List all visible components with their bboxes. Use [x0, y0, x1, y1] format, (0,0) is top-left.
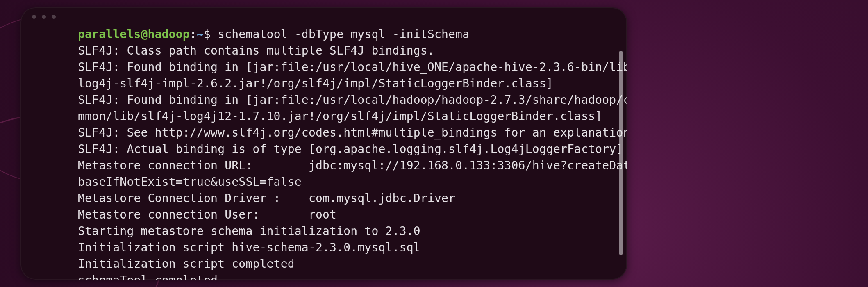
- terminal-viewport[interactable]: parallels@hadoop:~$ schematool -dbType m…: [20, 26, 627, 280]
- prompt-userhost: parallels@hadoop: [78, 27, 190, 41]
- output-line: baseIfNotExist=true&useSSL=false: [78, 175, 302, 189]
- terminal-content[interactable]: parallels@hadoop:~$ schematool -dbType m…: [78, 26, 616, 280]
- prompt-symbol: $: [204, 27, 211, 41]
- output-line: Starting metastore schema initialization…: [78, 224, 420, 238]
- output-line: SLF4J: Actual binding is of type [org.ap…: [78, 142, 623, 156]
- window-control-dot[interactable]: [42, 15, 46, 19]
- scrollbar-track[interactable]: [619, 51, 623, 255]
- output-line: SLF4J: Class path contains multiple SLF4…: [78, 44, 434, 57]
- output-line: Metastore Connection Driver : com.mysql.…: [78, 191, 455, 205]
- window-control-dot[interactable]: [32, 15, 36, 19]
- scrollbar-thumb[interactable]: [619, 51, 623, 255]
- output-line: log4j-slf4j-impl-2.6.2.jar!/org/slf4j/im…: [78, 77, 553, 90]
- window-control-dot[interactable]: [52, 15, 56, 19]
- output-line: Initialization script completed: [78, 257, 295, 271]
- prompt-sep: :: [190, 27, 197, 41]
- output-line: SLF4J: Found binding in [jar:file:/usr/l…: [78, 60, 627, 74]
- output-line: schemaTool completed: [78, 273, 218, 280]
- output-line: Metastore connection User: root: [78, 208, 336, 221]
- output-line: Metastore connection URL: jdbc:mysql://1…: [78, 159, 627, 172]
- output-line: SLF4J: See http://www.slf4j.org/codes.ht…: [78, 126, 627, 139]
- output-line: mmon/lib/slf4j-log4j12-1.7.10.jar!/org/s…: [78, 109, 602, 123]
- output-line: Initialization script hive-schema-2.3.0.…: [78, 241, 420, 254]
- command-text: schematool -dbType mysql -initSchema: [218, 27, 469, 41]
- terminal-window: parallels@hadoop:~$ schematool -dbType m…: [20, 7, 627, 280]
- output-line: SLF4J: Found binding in [jar:file:/usr/l…: [78, 93, 627, 107]
- window-titlebar[interactable]: [20, 7, 627, 26]
- prompt-path: ~: [197, 27, 204, 41]
